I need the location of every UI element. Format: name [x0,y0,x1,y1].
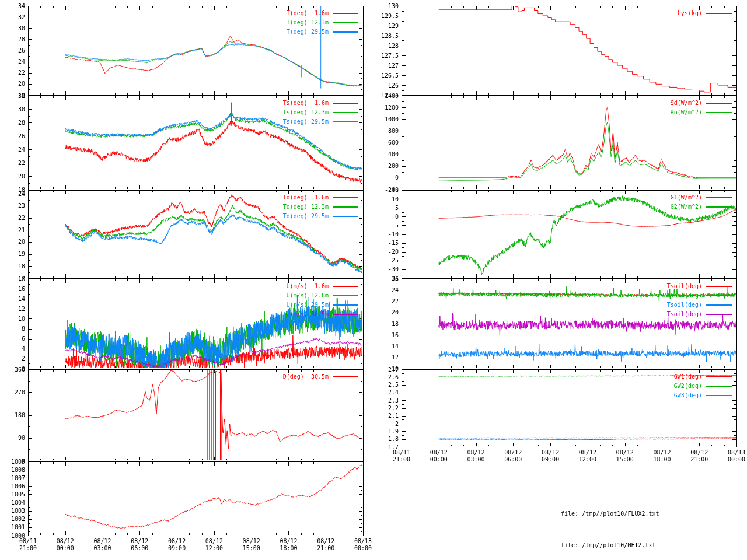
file-line-2: file: /tmp//plot10/MET2.txt [561,540,659,551]
plots-canvas [0,0,747,560]
footer-file-paths: file: /tmp//plot10/FLUX2.txt file: /tmp/… [561,488,659,560]
file-line-1: file: /tmp//plot10/FLUX2.txt [561,509,659,519]
gnuplot-window: T(deg) 1.6mT(deg) 12.3mT(deg) 29.5mTs(de… [0,0,747,560]
